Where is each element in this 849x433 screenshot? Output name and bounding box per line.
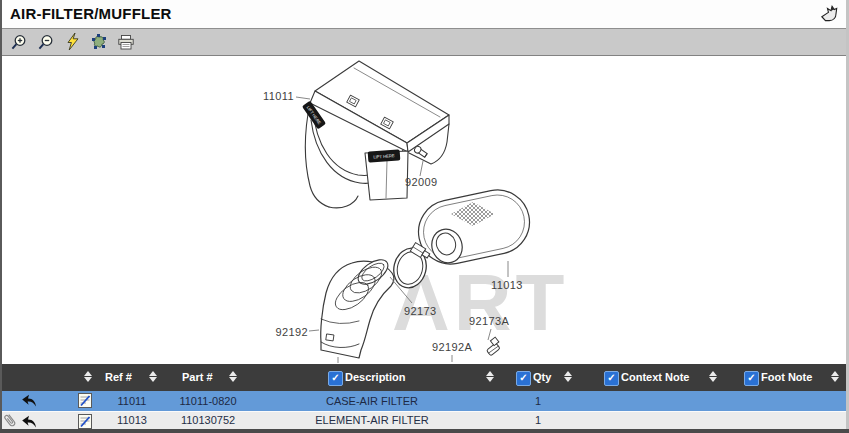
notepad-icon[interactable] (78, 393, 92, 408)
app-window: AIR-FILTER/MUFFLER (0, 0, 849, 433)
window-bottom-border (0, 429, 849, 433)
print-button[interactable] (117, 33, 135, 51)
paperclip-icon[interactable] (0, 410, 19, 430)
print-icon (118, 35, 134, 50)
lightning-icon (66, 33, 79, 51)
sort-icon[interactable] (228, 371, 238, 382)
part-label-11013[interactable]: 11013 (491, 279, 523, 292)
notepad-icon[interactable] (78, 414, 92, 429)
table-row[interactable]: 11011 11011-0820 CASE-AIR FILTER 1 (2, 391, 846, 411)
part-cell: 110130752 (165, 412, 251, 429)
page-title: AIR-FILTER/MUFFLER (10, 0, 172, 28)
column-header-context-note[interactable]: Context Note (621, 364, 689, 391)
column-header-description[interactable]: Description (345, 364, 406, 391)
column-header-foot-note[interactable]: Foot Note (761, 364, 812, 391)
part-label-92192a[interactable]: 92192A (432, 341, 472, 354)
sort-icon[interactable] (83, 371, 93, 382)
description-checkbox[interactable]: ✓ (328, 371, 343, 386)
undo-arrow-icon[interactable] (19, 394, 37, 408)
part-label-92173a[interactable]: 92173A (469, 315, 509, 328)
sort-icon[interactable] (485, 371, 495, 382)
description-cell: CASE-AIR FILTER (272, 391, 472, 411)
qty-checkbox[interactable]: ✓ (516, 371, 531, 386)
air-duct-elbow-drawing[interactable] (321, 255, 394, 358)
table-row[interactable]: 11013 110130752 ELEMENT-AIR FILTER 1 (2, 411, 846, 430)
zoom-in-icon (10, 34, 27, 51)
part-cell: 11011-0820 (165, 391, 251, 411)
part-label-92009[interactable]: 92009 (405, 176, 438, 189)
hand-icon[interactable] (818, 3, 840, 25)
title-bar: AIR-FILTER/MUFFLER (2, 0, 846, 29)
context-note-checkbox[interactable]: ✓ (604, 371, 619, 386)
column-header-ref[interactable]: Ref # (105, 364, 132, 391)
part-label-92192[interactable]: 92192 (266, 326, 308, 339)
zoom-in-button[interactable] (9, 33, 27, 51)
sort-icon[interactable] (148, 371, 158, 382)
undo-arrow-icon[interactable] (19, 415, 37, 429)
zoom-out-button[interactable] (36, 33, 54, 51)
sort-icon[interactable] (830, 371, 840, 382)
sort-icon[interactable] (708, 371, 718, 382)
diagram-area: ART (2, 56, 846, 364)
description-cell: ELEMENT-AIR FILTER (272, 412, 472, 429)
zoom-out-icon (37, 34, 54, 51)
qty-cell: 1 (508, 412, 568, 429)
column-header-part[interactable]: Part # (182, 364, 213, 391)
part-label-11011[interactable]: 11011 (252, 90, 294, 103)
lightning-button[interactable] (63, 33, 81, 51)
toolbar (2, 29, 846, 56)
ref-cell: 11013 (102, 412, 162, 429)
foot-note-checkbox[interactable]: ✓ (744, 371, 759, 386)
hotspot-icon (91, 34, 107, 50)
column-header-qty[interactable]: Qty (533, 364, 551, 391)
hotspot-button[interactable] (90, 33, 108, 51)
qty-cell: 1 (508, 391, 568, 411)
part-label-92173[interactable]: 92173 (404, 305, 437, 318)
table-header: Ref # Part # ✓ Description ✓ Qty ✓ Conte… (2, 364, 846, 391)
sort-icon[interactable] (563, 371, 573, 382)
ref-cell: 11011 (102, 391, 162, 411)
